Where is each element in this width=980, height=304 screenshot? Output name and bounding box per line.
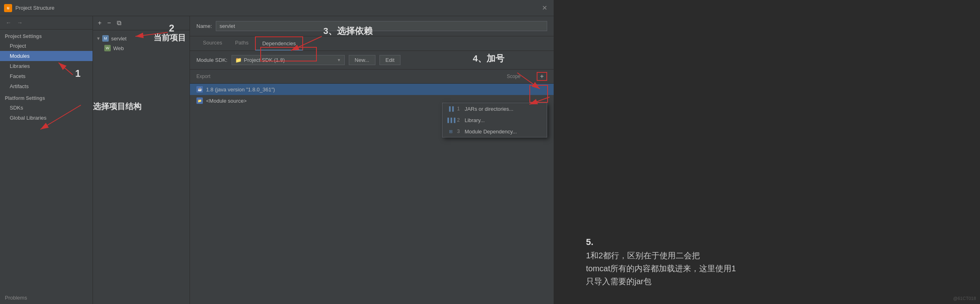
step5-body: 1和2都行，区别在于使用二会把 tomcat所有的内容都加载进来，这里使用1 只… — [586, 249, 736, 288]
sidebar-item-modules[interactable]: Modules — [0, 51, 93, 61]
project-settings-label: Project Settings — [0, 30, 93, 41]
sidebar-item-sdks[interactable]: SDKs — [0, 103, 93, 113]
sidebar-item-facets[interactable]: Facets — [0, 71, 93, 81]
sdk-edit-button[interactable]: Edit — [379, 55, 400, 65]
main-panel: Name: Sources Paths Dependencies Module … — [190, 16, 554, 304]
item2-label: Library... — [465, 117, 485, 123]
web-icon: W — [104, 45, 111, 51]
tab-dependencies[interactable]: Dependencies — [255, 36, 303, 51]
close-button[interactable]: ✕ — [540, 3, 550, 13]
step5-title: 5. — [586, 235, 736, 249]
module-name: servlet — [111, 36, 126, 42]
sidebar-item-global-libraries[interactable]: Global Libraries — [0, 113, 93, 123]
sdk-folder-icon: 📁 — [235, 57, 242, 63]
titlebar: u Project Structure ✕ — [0, 0, 554, 16]
right-annotation-area: 5. 1和2都行，区别在于使用二会把 tomcat所有的内容都加载进来，这里使用… — [562, 0, 980, 304]
item3-num: 3 — [457, 129, 460, 134]
jars-icon: ▐▐ — [447, 106, 454, 112]
tabs-bar: Sources Paths Dependencies — [190, 36, 554, 51]
item3-label: Module Dependency... — [465, 129, 517, 135]
add-module-button[interactable]: + — [96, 19, 103, 27]
tab-sources[interactable]: Sources — [196, 36, 229, 51]
library-icon: ▐▐▐ — [447, 117, 454, 123]
dropdown-item-library[interactable]: ▐▐▐ 2 Library... — [443, 114, 547, 126]
tree-item-web[interactable]: W Web — [93, 43, 190, 53]
jdk-text: 1.8 (java version "1.8.0_361") — [206, 87, 483, 93]
tree-item-servlet[interactable]: ▼ M servlet — [93, 34, 190, 43]
dropdown-item-module-dep[interactable]: ⊞ 3 Module Dependency... — [443, 126, 547, 137]
deps-header: Export Scope + — [190, 70, 554, 84]
deps-add-button[interactable]: + — [537, 72, 547, 81]
middle-toolbar: + − ⧉ — [93, 16, 190, 30]
name-label: Name: — [196, 23, 212, 29]
item1-num: 1 — [457, 106, 460, 112]
sdk-dropdown[interactable]: 📁 Project SDK (1.8) ▼ — [232, 55, 345, 65]
watermark: @61CT018 — [953, 296, 976, 301]
tree-arrow-servlet: ▼ — [96, 36, 101, 41]
platform-settings-label: Platform Settings — [0, 91, 93, 103]
sidebar: ← → Project Settings Project Modules Lib… — [0, 16, 93, 304]
item2-num: 2 — [457, 117, 460, 123]
remove-module-button[interactable]: − — [105, 19, 112, 27]
dialog-title: Project Structure — [15, 5, 55, 11]
tab-paths[interactable]: Paths — [229, 36, 255, 51]
sdk-value: Project SDK (1.8) — [244, 57, 285, 63]
sidebar-nav: ← → — [0, 16, 93, 30]
sidebar-item-project[interactable]: Project — [0, 41, 93, 51]
item1-label: JARs or directories... — [465, 106, 514, 112]
col-export-label: Export — [196, 74, 472, 79]
sidebar-item-libraries[interactable]: Libraries — [0, 61, 93, 71]
jdk-icon: ☕ — [196, 86, 203, 93]
sdk-dropdown-arrow: ▼ — [337, 58, 341, 62]
sdk-new-button[interactable]: New... — [349, 55, 375, 65]
sdk-row: Module SDK: 📁 Project SDK (1.8) ▼ New...… — [190, 51, 554, 70]
module-icon: M — [102, 35, 109, 42]
nav-forward[interactable]: → — [15, 19, 24, 27]
nav-back[interactable]: ← — [4, 19, 13, 27]
sdk-label: Module SDK: — [196, 57, 228, 63]
name-input[interactable] — [216, 21, 547, 31]
name-row: Name: — [190, 16, 554, 36]
middle-panel: + − ⧉ ▼ M servlet W Web — [93, 16, 190, 304]
dropdown-item-jars[interactable]: ▐▐ 1 JARs or directories... — [443, 103, 547, 114]
project-structure-dialog: u Project Structure ✕ ← → Project Settin… — [0, 0, 554, 304]
sidebar-item-artifacts[interactable]: Artifacts — [0, 81, 93, 91]
dropdown-menu: ▐▐ 1 JARs or directories... ▐▐▐ 2 Librar… — [442, 103, 547, 137]
deps-row-jdk[interactable]: ☕ 1.8 (java version "1.8.0_361") — [190, 84, 554, 95]
dialog-body: ← → Project Settings Project Modules Lib… — [0, 16, 554, 304]
src-icon: 📁 — [196, 97, 203, 104]
web-name: Web — [113, 45, 124, 51]
instruction-block: 5. 1和2都行，区别在于使用二会把 tomcat所有的内容都加载进来，这里使用… — [586, 235, 736, 288]
sidebar-problems[interactable]: Problems — [0, 291, 93, 304]
app-icon: u — [4, 4, 12, 12]
copy-module-button[interactable]: ⧉ — [115, 19, 123, 27]
module-tree: ▼ M servlet W Web — [93, 30, 190, 304]
module-dep-icon: ⊞ — [447, 128, 454, 135]
col-scope-label: Scope — [472, 74, 521, 79]
src-text: <Module source> — [206, 98, 483, 104]
